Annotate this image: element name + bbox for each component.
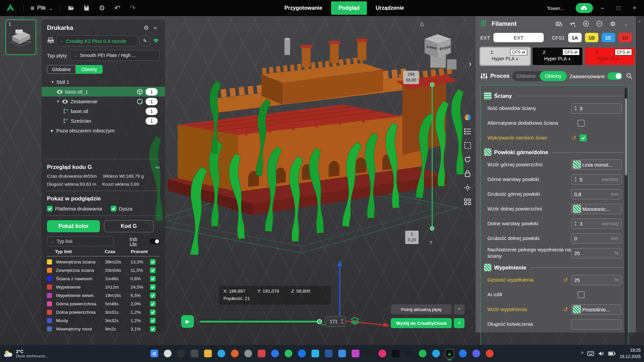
layer-slider-upper-handle[interactable] <box>430 82 434 87</box>
anchor-length-input[interactable] <box>571 319 622 329</box>
tree-item-plate[interactable]: ▼ Stół 1 <box>42 77 165 87</box>
top-layers-input[interactable]: ▲▼ 5 warstwy <box>571 174 622 185</box>
cfs-sync-icon[interactable] <box>554 19 564 28</box>
taskbar-app-app-8[interactable] <box>284 349 293 358</box>
taskbar-app-app-7[interactable] <box>271 349 279 358</box>
filament-badge[interactable]: 1 <box>146 98 158 105</box>
taskbar-app-app-6[interactable] <box>258 349 266 358</box>
layers-icon[interactable] <box>351 317 359 326</box>
open-file-button[interactable] <box>65 2 77 14</box>
taskbar-app-app-14[interactable] <box>365 349 373 358</box>
cfs-slot-chip-1c[interactable]: 1C <box>602 33 615 42</box>
tab-urzadzenie[interactable]: Urządzenie <box>369 0 411 16</box>
scrollbar-thumb[interactable] <box>625 98 627 175</box>
filament-slot-2[interactable]: 2 CFS ⇄ Hyper PLA ▼ <box>533 48 582 65</box>
collapse-section-icon[interactable]: ⌄ <box>621 19 631 28</box>
spinner-arrows[interactable]: ▲▼ <box>574 221 577 227</box>
taskbar-app-app-2[interactable] <box>191 349 199 358</box>
filament-slot-1[interactable]: 1 CFS ⇄ Hyper PLA ▼ <box>480 48 530 65</box>
add-filament-icon[interactable] <box>581 19 591 28</box>
checkbox-platform[interactable]: Platforma drukowania <box>47 206 102 212</box>
ext-filament-pill[interactable]: EXT <box>493 33 544 42</box>
maximize-button[interactable]: □ <box>612 2 625 14</box>
line-type-checkbox[interactable] <box>150 293 156 298</box>
tree-item-szescian[interactable]: Sześcian 1 <box>42 116 165 126</box>
gcode-button[interactable]: Kod G <box>104 220 154 232</box>
tab-proc-globalne[interactable]: Globalne <box>512 73 540 79</box>
taskbar-app-start[interactable]: ⊞ <box>150 349 159 358</box>
view-settings-icon[interactable] <box>462 183 473 192</box>
orientation-cube[interactable]: Lewo Przód <box>423 34 452 61</box>
line-type-select[interactable]: ⌄ Typ linii <box>47 236 114 246</box>
battery-icon[interactable] <box>608 352 615 356</box>
slot-material-select[interactable]: Hyper PLA ▼ <box>588 56 632 61</box>
infill-density-input[interactable]: 25 % <box>571 275 622 285</box>
tree-item-outside-area[interactable]: ▶ Poza obszarem roboczym <box>42 126 165 135</box>
advanced-toggle[interactable] <box>607 72 622 80</box>
filament-badge[interactable]: 1 <box>146 108 158 115</box>
layer-stepper[interactable]: ▲▼ <box>341 318 343 324</box>
filament-settings-icon[interactable]: ⚙ <box>608 19 618 28</box>
plate-thumbnail-1[interactable]: 1 <box>5 19 36 55</box>
collapse-strip-icon[interactable]: ⌄ <box>638 18 644 23</box>
overlap-input[interactable]: 25 % <box>571 248 622 258</box>
slice-options-caret[interactable]: ^ <box>454 304 465 314</box>
taskbar-weather[interactable]: 2°C Duże zachmurze... <box>3 349 70 358</box>
settings-button[interactable]: ⚙ <box>96 2 108 14</box>
collapse-panel-icon[interactable]: « <box>151 24 160 31</box>
infill-pattern-select[interactable]: Prostolinio... <box>571 304 622 315</box>
line-type-checkbox[interactable] <box>150 318 156 323</box>
minimize-button[interactable]: – <box>596 2 609 14</box>
spinner-arrows[interactable]: ▲▼ <box>574 177 577 182</box>
selection-box-icon[interactable] <box>462 141 473 150</box>
show-color-button[interactable]: Pokaż kolor <box>47 220 100 232</box>
tray-chevron-icon[interactable]: ^ <box>581 351 583 356</box>
slot-material-select[interactable]: Hyper PLA ▼ <box>535 56 580 61</box>
redo-button[interactable]: ↷ <box>126 2 139 14</box>
cfs-swap-badge[interactable]: CFS ⇄ <box>510 49 527 55</box>
taskbar-app-app-12[interactable] <box>338 349 346 358</box>
reset-setting-icon[interactable]: ↺ <box>562 306 569 313</box>
help-icon[interactable]: ? <box>429 240 432 246</box>
send-to-cloud-button[interactable]: Wyślij do CrealityCloud <box>391 318 452 328</box>
line-type-checkbox[interactable] <box>150 309 156 315</box>
filament-badge[interactable]: 1 <box>146 117 158 125</box>
cfs-swap-badge[interactable]: CFS ⇄ <box>562 49 580 55</box>
slot-material-select[interactable]: Hyper PLA ▼ <box>483 56 527 61</box>
vertical-scrollbar[interactable] <box>625 88 628 350</box>
taskbar-app-app-18[interactable] <box>419 349 427 358</box>
layer-number-input[interactable]: 171 ▲▼ <box>325 316 346 327</box>
grid-apps-icon[interactable] <box>462 197 473 206</box>
taskbar-app-search[interactable] <box>164 349 172 358</box>
line-type-list-icon[interactable] <box>462 127 473 136</box>
taskbar-app-app-13[interactable] <box>352 349 360 358</box>
color-scheme-icon[interactable] <box>462 113 473 122</box>
taskbar-app-app-11[interactable] <box>325 349 333 358</box>
line-type-checkbox[interactable] <box>150 267 156 273</box>
keyboard-icon[interactable] <box>587 351 594 356</box>
taskbar-app-app-19[interactable] <box>432 349 440 358</box>
spinner-arrows[interactable]: ▲▼ <box>574 106 577 111</box>
taskbar-app-app-16[interactable] <box>392 349 400 358</box>
line-type-checkbox[interactable] <box>150 301 156 307</box>
cfs-slot-chip-1d[interactable]: 1D <box>619 33 632 42</box>
search-params-icon[interactable] <box>626 73 633 79</box>
tab-przygotowanie[interactable]: Przygotowanie <box>278 0 329 16</box>
dryer-faucet-icon[interactable] <box>568 19 578 28</box>
printer-settings-icon[interactable]: ⚙ <box>142 24 151 32</box>
ai-infill-checkbox[interactable] <box>578 291 585 298</box>
bottom-surface-pattern-select[interactable]: Monotonic... <box>571 204 622 214</box>
taskbar-app-app-4[interactable] <box>231 349 239 358</box>
remove-filament-icon[interactable] <box>594 19 604 28</box>
play-button[interactable]: ▶ <box>181 315 194 328</box>
checkbox-nozzle[interactable]: Dysza <box>111 206 132 212</box>
lite-mode-link[interactable]: tryb Lite <box>130 236 146 246</box>
tab-globalne[interactable]: Globalne <box>47 65 76 74</box>
home-view-icon[interactable]: ⌂ <box>420 20 424 28</box>
top-thickness-input[interactable]: 0,8 mm <box>571 189 622 199</box>
taskbar-app-app-15[interactable] <box>378 349 387 358</box>
taskbar-app-app-5[interactable] <box>244 349 253 358</box>
alt-wall-checkbox[interactable] <box>578 120 585 127</box>
taskbar-clock[interactable]: 18:25 15.12.2025 <box>620 347 641 359</box>
plate-type-select[interactable]: ⌄ Smooth PEI Plate / High ... <box>70 50 160 61</box>
